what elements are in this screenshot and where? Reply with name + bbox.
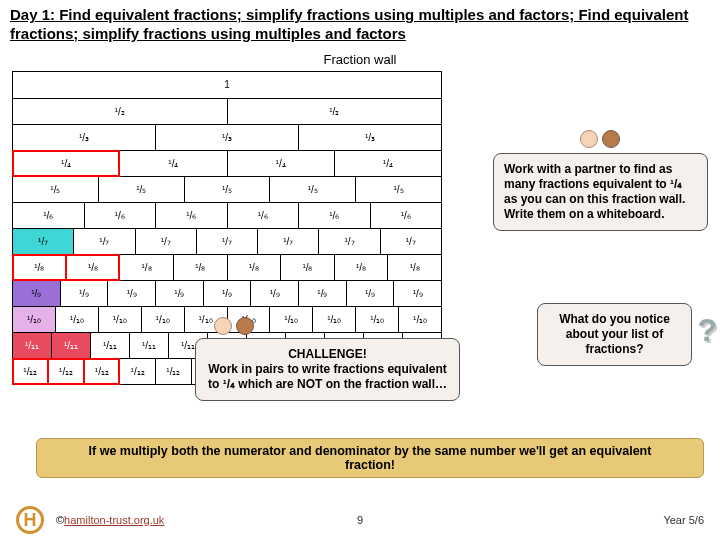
footer-link[interactable]: hamilton-trust.org.uk [64, 514, 164, 526]
fraction-wall-title: Fraction wall [12, 52, 708, 67]
hamilton-logo-icon: H [16, 506, 44, 534]
fraction-wall-cell: ¹/₇ [318, 229, 379, 254]
fraction-wall-cell: ¹/₁₀ [98, 307, 141, 332]
fraction-wall-cell: ¹/₅ [184, 177, 270, 202]
fraction-wall-cell: ¹/₁₂ [84, 359, 120, 384]
slide-header: Day 1: Find equivalent fractions; simpli… [0, 0, 720, 48]
callout-notice-text: What do you notice about your list of fr… [559, 312, 670, 356]
fraction-wall-cell: ¹/₆ [84, 203, 156, 228]
fraction-wall-cell: ¹/₇ [196, 229, 257, 254]
fraction-wall-cell: ¹/₁₁ [13, 333, 51, 358]
fraction-wall-cell: ¹/₃ [155, 125, 298, 150]
fraction-wall-cell: ¹/₁₁ [90, 333, 129, 358]
fraction-wall-cell: ¹/₁₂ [48, 359, 84, 384]
fraction-wall-cell: ¹/₅ [13, 177, 98, 202]
callout-notice: What do you notice about your list of fr… [537, 303, 692, 366]
bottom-summary-text: If we multiply both the numerator and de… [89, 444, 652, 472]
fraction-wall-cell: ¹/₁₀ [13, 307, 55, 332]
fraction-wall-cell: 1 [13, 72, 441, 98]
fraction-wall-row: ¹/₈¹/₈¹/₈¹/₈¹/₈¹/₈¹/₈¹/₈ [13, 254, 441, 280]
fraction-wall-cell: ¹/₉ [298, 281, 346, 306]
fraction-wall-cell: ¹/₅ [98, 177, 184, 202]
fraction-wall-cell: ¹/₁₀ [355, 307, 398, 332]
fraction-wall-cell: ¹/₃ [13, 125, 155, 150]
fraction-wall-cell: ¹/₈ [173, 255, 227, 280]
fraction-wall-cell: ¹/₉ [60, 281, 108, 306]
footer: H © hamilton-trust.org.uk 9 Year 5/6 [0, 506, 720, 534]
fraction-wall-row: ¹/₅¹/₅¹/₅¹/₅¹/₅ [13, 176, 441, 202]
fraction-wall-cell: ¹/₁₀ [141, 307, 184, 332]
fraction-wall-cell: ¹/₆ [155, 203, 227, 228]
callout-challenge: CHALLENGE! Work in pairs to write fracti… [195, 338, 460, 401]
fraction-wall-cell: ¹/₁₁ [129, 333, 168, 358]
fraction-wall-cell: ¹/₄ [334, 151, 441, 176]
fraction-wall-cell: ¹/₃ [298, 125, 441, 150]
callout-partner: Work with a partner to find as many frac… [493, 153, 708, 231]
fraction-wall-cell: ¹/₁₀ [398, 307, 441, 332]
header-text: Find equivalent fractions; simplify frac… [10, 6, 688, 42]
fraction-wall-cell: ¹/₇ [380, 229, 441, 254]
fraction-wall-cell: ¹/₁₀ [55, 307, 98, 332]
fraction-wall-cell: ¹/₈ [387, 255, 441, 280]
fraction-wall-cell: ¹/₉ [346, 281, 394, 306]
fraction-wall-cell: ¹/₉ [155, 281, 203, 306]
fraction-wall-cell: ¹/₆ [13, 203, 84, 228]
callout-partner-text: Work with a partner to find as many frac… [504, 162, 685, 221]
fraction-wall-cell: ¹/₂ [227, 99, 442, 124]
fraction-wall-cell: ¹/₇ [13, 229, 73, 254]
fraction-wall-cell: ¹/₉ [13, 281, 60, 306]
fraction-wall-row: ¹/₉¹/₉¹/₉¹/₉¹/₉¹/₉¹/₉¹/₉¹/₉ [13, 280, 441, 306]
header-day: Day 1: [10, 6, 55, 23]
fraction-wall-cell: ¹/₄ [227, 151, 334, 176]
fraction-wall-cell: ¹/₇ [135, 229, 196, 254]
fraction-wall-cell: ¹/₇ [257, 229, 318, 254]
fraction-wall-row: ¹/₇¹/₇¹/₇¹/₇¹/₇¹/₇¹/₇ [13, 228, 441, 254]
fraction-wall-cell: ¹/₁₀ [269, 307, 312, 332]
fraction-wall-row: ¹/₃¹/₃¹/₃ [13, 124, 441, 150]
challenge-body: Work in pairs to write fractions equival… [206, 362, 449, 392]
fraction-wall-row: ¹/₄¹/₄¹/₄¹/₄ [13, 150, 441, 176]
bottom-summary: If we multiply both the numerator and de… [36, 438, 704, 478]
fraction-wall-row: ¹/₂¹/₂ [13, 98, 441, 124]
question-mark-icon: ? [697, 310, 717, 350]
fraction-wall-cell: ¹/₆ [227, 203, 299, 228]
fraction-wall-cell: ¹/₇ [73, 229, 134, 254]
fraction-wall-cell: ¹/₉ [393, 281, 441, 306]
copyright-symbol: © [56, 514, 64, 526]
fraction-wall-cell: ¹/₉ [250, 281, 298, 306]
fraction-wall-cell: ¹/₈ [280, 255, 334, 280]
fraction-wall-row: ¹/₆¹/₆¹/₆¹/₆¹/₆¹/₆ [13, 202, 441, 228]
fraction-wall-cell: ¹/₁₁ [51, 333, 90, 358]
fraction-wall-cell: ¹/₆ [370, 203, 442, 228]
fraction-wall-cell: ¹/₈ [227, 255, 281, 280]
fraction-wall-cell: ¹/₅ [355, 177, 441, 202]
challenge-title: CHALLENGE! [206, 347, 449, 362]
page-number: 9 [357, 514, 363, 526]
fraction-wall-cell: ¹/₅ [269, 177, 355, 202]
fraction-wall-cell: ¹/₂ [13, 99, 227, 124]
fraction-wall-cell: ¹/₁₀ [312, 307, 355, 332]
fraction-wall-cell: ¹/₄ [13, 151, 119, 176]
fraction-wall-cell: ¹/₉ [203, 281, 251, 306]
fraction-wall-cell: ¹/₁₂ [119, 359, 155, 384]
fraction-wall-cell: ¹/₈ [66, 255, 120, 280]
fraction-wall-cell: ¹/₁₂ [155, 359, 191, 384]
faces-icon [214, 317, 254, 335]
year-label: Year 5/6 [663, 514, 704, 526]
fraction-wall-cell: ¹/₁₂ [13, 359, 48, 384]
fraction-wall-cell: ¹/₈ [334, 255, 388, 280]
slide-body: Fraction wall 1¹/₂¹/₂¹/₃¹/₃¹/₃¹/₄¹/₄¹/₄¹… [0, 48, 720, 385]
fraction-wall-cell: ¹/₈ [13, 255, 66, 280]
fraction-wall-cell: ¹/₆ [298, 203, 370, 228]
fraction-wall-cell: ¹/₉ [107, 281, 155, 306]
fraction-wall-row: 1 [13, 72, 441, 98]
faces-icon [580, 130, 620, 148]
fraction-wall-cell: ¹/₄ [119, 151, 226, 176]
fraction-wall-cell: ¹/₈ [119, 255, 173, 280]
